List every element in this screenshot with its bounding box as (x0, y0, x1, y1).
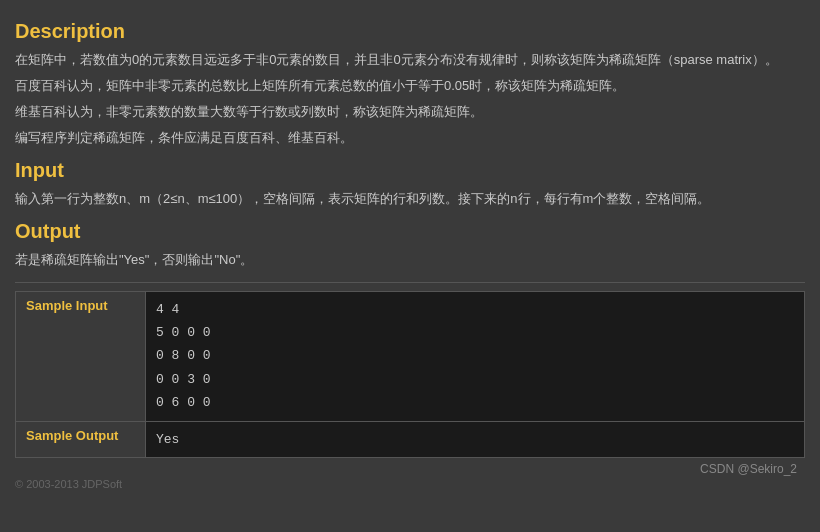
input-title: Input (15, 159, 805, 182)
input-text: 输入第一行为整数n、m（2≤n、m≤100），空格间隔，表示矩阵的行和列数。接下… (15, 188, 805, 210)
footer-text: CSDN @Sekiro_2 (700, 462, 797, 476)
description-para-1: 在矩阵中，若数值为0的元素数目远远多于非0元素的数目，并且非0元素分布没有规律时… (15, 49, 805, 71)
description-section: Description 在矩阵中，若数值为0的元素数目远远多于非0元素的数目，并… (15, 20, 805, 149)
sample-input-label: Sample Input (16, 291, 146, 421)
section-divider (15, 282, 805, 283)
output-section: Output 若是稀疏矩阵输出"Yes"，否则输出"No"。 (15, 220, 805, 271)
description-para-2: 百度百科认为，矩阵中非零元素的总数比上矩阵所有元素总数的值小于等于0.05时，称… (15, 75, 805, 97)
description-para-4: 编写程序判定稀疏矩阵，条件应满足百度百科、维基百科。 (15, 127, 805, 149)
sample-output-row: Sample Output Yes (16, 421, 805, 457)
description-para-3: 维基百科认为，非零元素数的数量大数等于行数或列数时，称该矩阵为稀疏矩阵。 (15, 101, 805, 123)
input-section: Input 输入第一行为整数n、m（2≤n、m≤100），空格间隔，表示矩阵的行… (15, 159, 805, 210)
copyright: © 2003-2013 JDPSoft (15, 476, 805, 490)
sample-input-value: 4 4 5 0 0 0 0 8 0 0 0 0 3 0 0 6 0 0 (146, 291, 805, 421)
sample-output-label: Sample Output (16, 421, 146, 457)
description-title: Description (15, 20, 805, 43)
footer-bar: CSDN @Sekiro_2 (15, 458, 805, 476)
output-text: 若是稀疏矩阵输出"Yes"，否则输出"No"。 (15, 249, 805, 271)
page-container: Description 在矩阵中，若数值为0的元素数目远远多于非0元素的数目，并… (0, 0, 820, 510)
io-table: Sample Input 4 4 5 0 0 0 0 8 0 0 0 0 3 0… (15, 291, 805, 458)
sample-output-value: Yes (146, 421, 805, 457)
sample-input-row: Sample Input 4 4 5 0 0 0 0 8 0 0 0 0 3 0… (16, 291, 805, 421)
output-title: Output (15, 220, 805, 243)
